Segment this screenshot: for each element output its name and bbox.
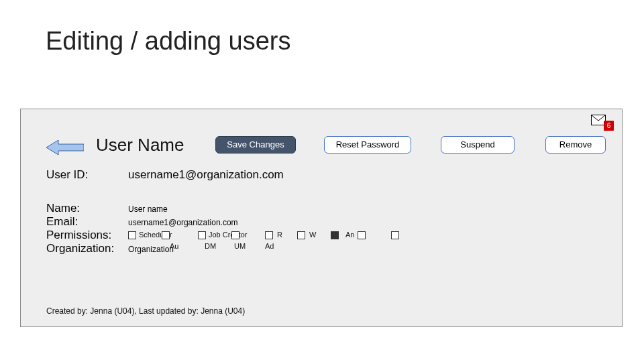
perm-scheduler-checkbox[interactable] — [128, 231, 136, 239]
perm-jobcreator-checkbox-2[interactable] — [231, 231, 239, 239]
suspend-button[interactable]: Suspend — [441, 136, 515, 154]
user-name-heading: User Name — [96, 135, 184, 156]
perm-um-label: UM — [234, 242, 246, 250]
label-name: Name: — [46, 202, 80, 215]
perm-r-checkbox[interactable] — [265, 231, 273, 239]
back-arrow-icon[interactable] — [46, 140, 84, 158]
inbox-icon[interactable]: 6 — [591, 115, 612, 129]
value-organization: Organization — [128, 245, 174, 254]
perm-an-checkbox[interactable] — [331, 231, 339, 239]
inbox-badge: 6 — [604, 121, 614, 131]
perm-an-label: An — [345, 231, 354, 239]
label-permissions: Permissions: — [46, 229, 111, 242]
perm-ad-label: Ad — [265, 242, 274, 250]
reset-password-button[interactable]: Reset Password — [324, 136, 411, 154]
save-changes-button[interactable]: Save Changes — [215, 136, 296, 154]
value-name: User name — [128, 204, 168, 214]
label-organization: Organization: — [46, 242, 114, 255]
label-email: Email: — [46, 215, 78, 229]
svg-marker-1 — [46, 140, 84, 155]
perm-w-label: W — [309, 231, 316, 239]
perm-dm-label: DM — [205, 242, 216, 250]
audit-footer: Created by: Jenna (U04), Last updated by… — [46, 306, 245, 316]
perm-an-checkbox-2[interactable] — [358, 231, 366, 239]
perm-jobcreator-checkbox[interactable] — [198, 231, 206, 239]
page-title: Editing / adding users — [46, 27, 290, 56]
perm-scheduler-checkbox-2[interactable] — [162, 231, 170, 239]
user-edit-panel: 6 User Name Save Changes Reset Password … — [20, 109, 623, 327]
value-user-id: username1@organization.com — [128, 168, 284, 182]
perm-r-label: R — [277, 231, 282, 239]
label-user-id: User ID: — [46, 168, 88, 182]
perm-jobcreator-label: Job Creator — [209, 231, 247, 239]
perm-blank-checkbox[interactable] — [391, 231, 399, 239]
perm-w-checkbox[interactable] — [297, 231, 305, 239]
remove-button[interactable]: Remove — [545, 136, 606, 154]
value-email: username1@organization.com — [128, 218, 238, 227]
